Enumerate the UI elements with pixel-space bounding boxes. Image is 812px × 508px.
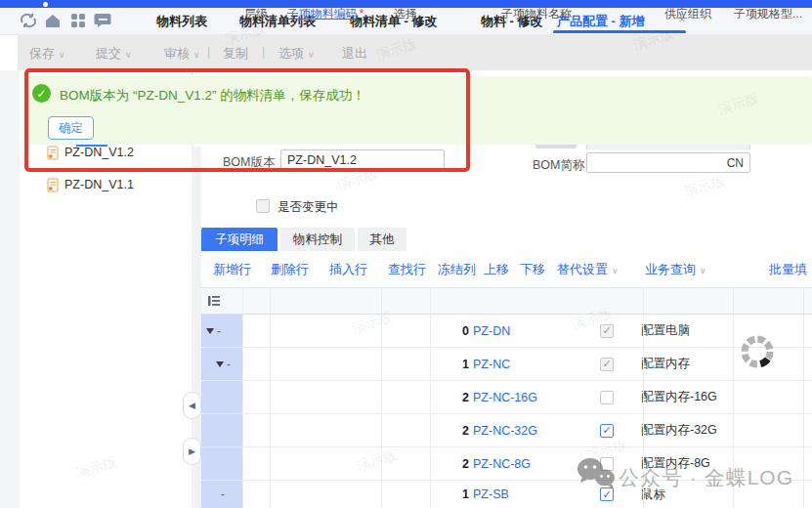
row-checkbox — [600, 391, 614, 404]
delete-row-link[interactable]: 删除行 — [271, 261, 309, 278]
col-header-select[interactable]: 选择 — [381, 0, 430, 27]
sync-icon[interactable] — [20, 13, 37, 28]
column-divider — [430, 287, 431, 508]
tree-view-icon[interactable] — [207, 294, 221, 308]
column-divider — [381, 287, 382, 508]
bom-doc-icon — [47, 178, 60, 192]
wechat-watermark-text: 公众号 · 金蝶LOG — [619, 464, 793, 491]
name-cell: 配置电脑 — [641, 315, 812, 347]
freeze-col-link[interactable]: 冻结列 — [438, 261, 476, 278]
toolbar-separator: | — [207, 44, 210, 59]
collapse-left-handle[interactable]: ◀ — [183, 392, 201, 419]
code-link[interactable]: PZ-DN — [473, 315, 580, 347]
row-expander[interactable]: - — [201, 481, 242, 508]
wechat-icon — [577, 457, 616, 490]
move-down-link[interactable]: 下移 — [520, 261, 545, 278]
row-checkbox: ✓ — [600, 424, 614, 438]
level-cell: 2 — [444, 381, 469, 413]
col-header-spec[interactable]: 子项规格型... — [733, 0, 803, 27]
grid-icon[interactable] — [69, 13, 87, 28]
tree-item-label: PZ-DN_V1.2 — [64, 146, 134, 159]
table-row[interactable]: - 1 PZ-NC ✓ 配置内存 — [201, 348, 812, 381]
demo-watermark: 演示版 — [682, 172, 727, 201]
toolbar — [18, 34, 812, 70]
substitute-menu[interactable]: 替代设置∨ — [557, 261, 619, 278]
level-cell: 2 — [444, 414, 469, 446]
batch-fill-link[interactable]: 批量填 — [769, 261, 807, 278]
level-cell: 1 — [444, 481, 469, 508]
row-expander — [201, 414, 242, 446]
move-up-link[interactable]: 上移 — [484, 261, 509, 278]
changing-checkbox[interactable] — [256, 199, 270, 213]
select-cell[interactable]: ✓ — [582, 348, 631, 380]
submit-button[interactable]: 提交∨ — [96, 45, 132, 63]
required-mark: * — [360, 7, 364, 21]
bom-version-input[interactable]: PZ-DN_V1.2 — [280, 149, 445, 170]
active-tab-underline — [553, 30, 686, 33]
column-divider — [803, 287, 804, 508]
collapse-right-handle[interactable]: ▶ — [183, 438, 201, 465]
toolbar-separator: | — [262, 44, 265, 59]
table-row[interactable]: - 0 PZ-DN ✓ 配置电脑 A集团 — [201, 315, 812, 348]
name-cell: 配置内存 — [641, 348, 812, 380]
column-divider — [270, 287, 271, 508]
code-link[interactable]: PZ-NC — [473, 348, 580, 380]
subtab-material-control[interactable]: 物料控制 — [280, 228, 355, 251]
name-cell: 配置内存-32G — [641, 414, 812, 446]
bom-short-input[interactable]: CN — [586, 152, 750, 173]
row-expander[interactable]: - — [201, 315, 242, 347]
bom-version-label: BOM版本 — [223, 154, 275, 171]
row-expander[interactable]: - — [201, 348, 242, 380]
col-header-name[interactable]: 子项物料名称 — [430, 0, 643, 27]
col-header-org[interactable]: 供应组织 — [643, 0, 733, 27]
insert-row-link[interactable]: 插入行 — [329, 261, 367, 278]
column-divider — [242, 287, 243, 508]
code-link[interactable]: PZ-NC-8G — [473, 447, 580, 480]
bom-short-label: BOM简称 — [533, 157, 584, 174]
row-expander — [201, 381, 242, 413]
table-row[interactable]: 2 PZ-NC-16G 配置内存-16G — [201, 381, 812, 414]
success-check-icon: ✓ — [32, 84, 51, 103]
row-checkbox: ✓ — [600, 324, 614, 338]
save-button[interactable]: 保存∨ — [29, 45, 65, 63]
topbar-dot — [43, 2, 48, 7]
level-cell: 1 — [444, 348, 469, 380]
changing-checkbox-label: 是否变更中 — [278, 199, 339, 216]
success-message: BOM版本为 “PZ-DN_V1.2” 的物料清单，保存成功！ — [60, 87, 365, 105]
find-row-link[interactable]: 查找行 — [388, 261, 426, 278]
col-header-code[interactable]: 子项物料编码* — [270, 0, 381, 27]
select-cell[interactable]: ✓ — [582, 414, 631, 446]
code-link[interactable]: PZ-NC-32G — [473, 414, 580, 446]
tree-item-v11[interactable]: PZ-DN_V1.1 — [47, 176, 134, 193]
tab-material-list[interactable]: 物料列表 — [156, 13, 207, 30]
code-link[interactable]: PZ-NC-16G — [473, 381, 580, 413]
name-cell: 配置内存-16G — [641, 381, 812, 413]
bom-version-value: PZ-DN_V1.2 — [287, 153, 357, 167]
table-row[interactable]: 2 PZ-NC-32G ✓ 配置内存-32G — [201, 414, 812, 447]
home-icon[interactable] — [44, 13, 62, 28]
copy-button[interactable]: 复制 — [223, 45, 248, 63]
level-cell: 2 — [444, 447, 469, 480]
code-link[interactable]: PZ-SB — [473, 481, 580, 508]
options-button[interactable]: 选项∨ — [278, 45, 315, 63]
row-expander — [201, 447, 242, 480]
biz-query-menu[interactable]: 业务查询∨ — [645, 261, 706, 278]
select-cell[interactable]: ✓ — [582, 315, 631, 347]
row-checkbox: ✓ — [600, 358, 614, 371]
product-config-window: 物料列表 物料清单列表 物料清单 - 修改 物料 - 修改 产品配置 - 新增 … — [0, 0, 812, 508]
exit-button[interactable]: 退出 — [342, 45, 367, 63]
loading-spinner-icon — [738, 332, 777, 371]
tree-item-v12[interactable]: PZ-DN_V1.2 — [47, 144, 134, 161]
ok-button[interactable]: 确定 — [48, 116, 94, 140]
tree-item-label: PZ-DN_V1.1 — [64, 178, 134, 191]
select-cell[interactable] — [582, 381, 631, 413]
bom-doc-icon — [47, 146, 60, 160]
add-row-link[interactable]: 新增行 — [213, 261, 251, 278]
grid-header — [201, 287, 812, 315]
message-icon[interactable] — [94, 13, 111, 28]
audit-button[interactable]: 审核∨ — [164, 45, 200, 63]
col-header-level[interactable]: 层级 — [242, 0, 270, 27]
subtab-other[interactable]: 其他 — [358, 228, 406, 251]
subtab-child-detail[interactable]: 子项明细 — [201, 228, 278, 251]
left-rail — [0, 70, 21, 508]
